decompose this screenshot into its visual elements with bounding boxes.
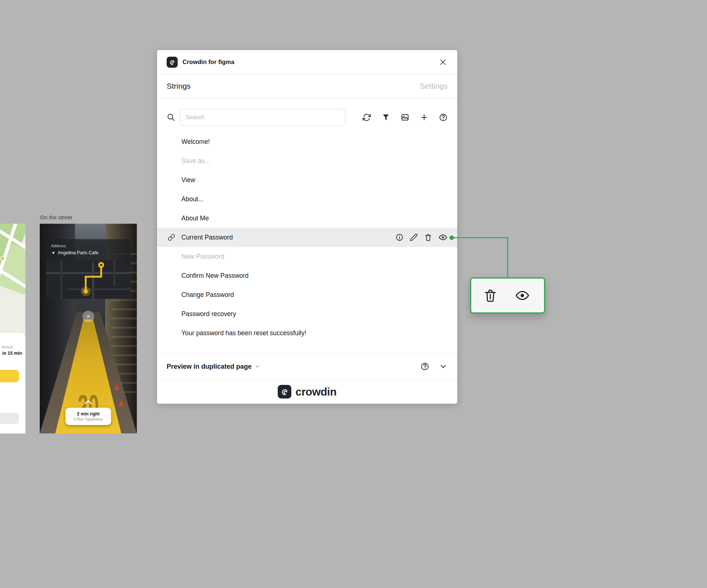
string-label: About...	[181, 195, 203, 203]
row-actions-callout	[470, 277, 545, 314]
preview-dropdown[interactable]: Preview in duplicated page	[167, 363, 260, 371]
plugin-tab-bar: Strings Settings	[157, 74, 457, 98]
map-primary-button-partial	[0, 370, 19, 382]
link-icon	[168, 234, 175, 241]
tab-settings[interactable]: Settings	[420, 82, 448, 91]
close-icon[interactable]	[438, 57, 448, 67]
string-row[interactable]: Your password has been reset successfull…	[157, 323, 457, 343]
info-icon[interactable]	[395, 233, 404, 241]
strings-toolbar	[157, 109, 457, 126]
close-ar-button[interactable]	[82, 311, 94, 322]
edit-icon[interactable]	[410, 233, 418, 241]
string-row[interactable]: Confirm New Password	[157, 266, 457, 285]
arrival-value: in 15 min	[2, 351, 25, 356]
string-row[interactable]: New Password	[157, 247, 457, 266]
search-input[interactable]	[180, 109, 345, 126]
string-label: About Me	[181, 215, 209, 222]
direction-primary: 2 min right	[77, 411, 99, 417]
chevron-down-icon	[255, 364, 260, 369]
artboard-map-frame[interactable]: Arrival in 15 min	[0, 224, 25, 433]
string-label: Change Password	[181, 291, 234, 299]
artboard-street-frame[interactable]: 20 Address Angelina Paris Cafe	[40, 224, 137, 433]
filter-icon[interactable]	[381, 113, 390, 122]
plugin-title: Crowdin for figma	[182, 59, 433, 65]
navigation-arrow-icon	[51, 251, 55, 255]
direction-secondary: 6 Rue Tiquetonne	[74, 417, 103, 421]
string-row[interactable]: Welcome!	[157, 132, 457, 151]
figma-canvas: On the street Arrival in 15 min 20 Addre…	[0, 0, 707, 588]
delete-icon[interactable]	[483, 287, 498, 304]
help-icon[interactable]	[420, 362, 429, 371]
string-row[interactable]: Change Password	[157, 285, 457, 304]
strings-list: Welcome! Save as... View About... About …	[157, 132, 457, 343]
sync-icon[interactable]	[362, 113, 371, 122]
plugin-header: Crowdin for figma	[157, 50, 457, 74]
string-row[interactable]: About Me	[157, 209, 457, 228]
preview-footer: Preview in duplicated page	[157, 353, 457, 379]
traffic-cone	[118, 400, 124, 406]
image-icon[interactable]	[401, 113, 409, 122]
map-pin-icon	[0, 256, 5, 261]
string-label: Welcome!	[181, 138, 210, 146]
tab-strings[interactable]: Strings	[167, 82, 191, 91]
traffic-cone	[114, 384, 119, 390]
string-label: New Password	[181, 253, 224, 261]
string-row[interactable]: Save as...	[157, 151, 457, 170]
help-icon[interactable]	[439, 113, 448, 122]
string-row-selected[interactable]: Current Password	[157, 228, 457, 247]
direction-pill: 2 min right 6 Rue Tiquetonne	[65, 408, 111, 425]
arrival-label: Arrival	[2, 345, 25, 349]
artboard-title-on-the-street[interactable]: On the street	[40, 214, 72, 220]
address-card: Address Angelina Paris Cafe	[46, 239, 131, 299]
string-row[interactable]: View	[157, 170, 457, 189]
string-row[interactable]: About...	[157, 189, 457, 209]
string-row[interactable]: Password recovery	[157, 304, 457, 323]
string-label: Confirm New Password	[181, 272, 249, 280]
address-label: Address	[51, 244, 125, 248]
crowdin-wordmark: crowdin	[295, 386, 337, 398]
preview-icon[interactable]	[512, 288, 532, 303]
crowdin-logo-icon	[278, 385, 291, 399]
mini-map	[46, 261, 131, 299]
string-label: View	[181, 176, 195, 184]
preview-icon[interactable]	[438, 233, 447, 242]
preview-label: Preview in duplicated page	[167, 363, 252, 371]
crowdin-logo-icon	[167, 57, 178, 68]
map-secondary-button-partial	[0, 413, 19, 424]
search-icon	[167, 113, 175, 122]
crowdin-brand: crowdin	[157, 379, 457, 404]
add-icon[interactable]	[420, 113, 429, 122]
string-label: Password recovery	[181, 310, 236, 318]
crowdin-plugin-window: Crowdin for figma Strings Settings	[157, 50, 457, 404]
address-value: Angelina Paris Cafe	[58, 250, 98, 255]
string-label: Save as...	[181, 157, 210, 165]
string-label: Your password has been reset successfull…	[181, 329, 306, 337]
delete-icon[interactable]	[424, 233, 432, 241]
string-label: Current Password	[181, 234, 233, 241]
chevron-down-icon[interactable]	[439, 362, 448, 371]
